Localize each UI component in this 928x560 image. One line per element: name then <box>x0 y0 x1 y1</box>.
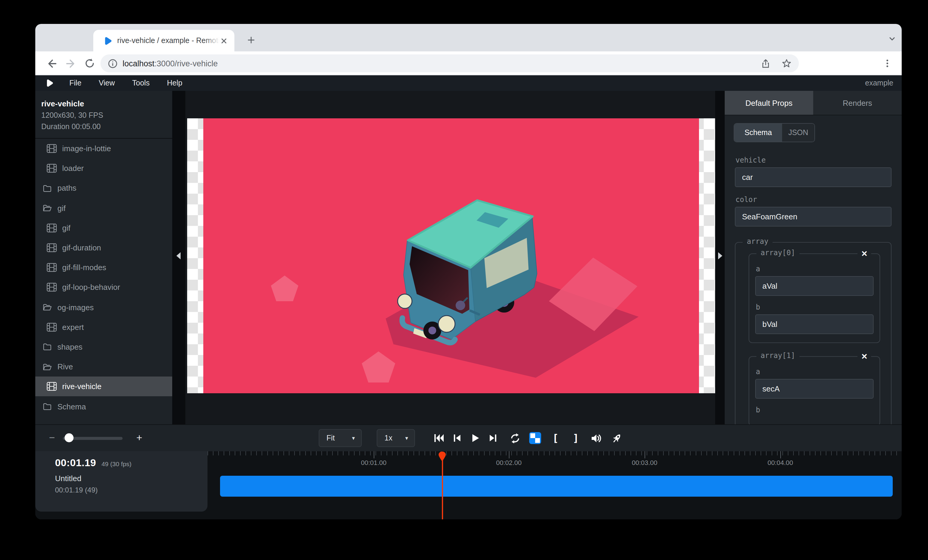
collapse-props-icon[interactable] <box>718 252 722 259</box>
remotion-logo-icon[interactable] <box>45 79 53 87</box>
vehicle-animation-frame <box>203 118 699 393</box>
playback-rate-value: 1x <box>385 434 392 442</box>
sidebar-item-gif-loop-behavior[interactable]: gif-loop-behavior <box>35 278 172 297</box>
rocket-icon[interactable] <box>610 432 623 445</box>
playhead-line <box>442 459 443 519</box>
timeline: 00:01.19 49 (30 fps) Untitled 00:01.19 (… <box>35 451 902 519</box>
fit-dropdown-value: Fit <box>327 434 335 442</box>
sidebar-item-loader[interactable]: loader <box>35 158 172 178</box>
film-icon <box>47 323 57 332</box>
transparency-checkerboard-toggle[interactable] <box>528 432 542 445</box>
item-label: loader <box>62 164 84 173</box>
menu-view[interactable]: View <box>99 79 115 87</box>
ruler-label-1s: 00:01.00 <box>347 459 401 466</box>
composition-name: rive-vehicle <box>41 99 166 108</box>
back-icon[interactable] <box>43 55 60 72</box>
item-label: og-images <box>57 303 93 312</box>
playhead-marker[interactable] <box>438 451 446 461</box>
sidebar-folder-rive[interactable]: Rive <box>35 357 172 376</box>
toggle-json[interactable]: JSON <box>782 124 814 142</box>
item-label: paths <box>57 184 76 193</box>
folder-closed-icon <box>43 184 52 193</box>
color-label: color <box>736 195 891 204</box>
close-tab-icon[interactable] <box>220 36 228 45</box>
timeline-tracks-area[interactable]: 00:01.00 00:02.00 00:03.00 00:04.00 <box>208 451 902 519</box>
zoom-slider[interactable] <box>63 437 122 440</box>
zoom-in-button[interactable]: + <box>133 432 145 444</box>
bookmark-star-icon[interactable] <box>781 58 792 68</box>
reload-icon[interactable] <box>81 55 99 72</box>
color-input[interactable] <box>735 207 891 227</box>
fit-dropdown[interactable]: Fit ▼ <box>319 429 362 447</box>
jump-to-start-button[interactable] <box>432 432 446 445</box>
composition-stage <box>187 118 715 393</box>
address-bar[interactable]: localhost:3000/rive-vehicle <box>101 55 799 72</box>
sidebar-folder-og-images[interactable]: og-images <box>35 297 172 317</box>
sidebar-item-gif[interactable]: gif <box>35 218 172 238</box>
share-icon[interactable] <box>760 58 771 68</box>
site-info-icon[interactable] <box>108 58 118 68</box>
zoom-slider-knob[interactable] <box>64 433 73 442</box>
browser-window: rive-vehicle / example - Remoti <box>35 24 902 519</box>
sidebar-item-rive-vehicle-selected[interactable]: rive-vehicle <box>35 377 172 397</box>
forward-icon[interactable] <box>62 55 79 72</box>
item-label: image-in-lottie <box>62 144 111 153</box>
sidebar-item-image-in-lottie[interactable]: image-in-lottie <box>35 138 172 158</box>
ruler-label-4s: 00:04.00 <box>753 459 807 466</box>
array-0-b-input[interactable] <box>755 314 874 334</box>
toggle-schema[interactable]: Schema <box>734 124 782 142</box>
browser-tab[interactable]: rive-vehicle / example - Remoti <box>93 30 234 52</box>
zoom-out-button[interactable]: − <box>46 432 58 444</box>
schema-json-toggle: Schema JSON <box>734 123 815 142</box>
vehicle-input[interactable] <box>735 167 891 187</box>
item-label: Schema <box>57 402 86 411</box>
sidebar-folder-schema[interactable]: Schema <box>35 397 172 416</box>
array-item-0-fieldset: array[0] ✕ a b <box>749 253 880 343</box>
browser-menu-icon[interactable] <box>878 55 896 72</box>
app-menu-bar: File View Tools Help example <box>35 75 902 91</box>
vehicle-label: vehicle <box>736 156 891 164</box>
array-1-a-input[interactable] <box>755 379 874 399</box>
tab-search-chevron-icon[interactable] <box>883 30 901 48</box>
remove-array-0-button[interactable]: ✕ <box>858 249 871 259</box>
next-frame-button[interactable] <box>486 432 499 445</box>
remove-array-1-button[interactable]: ✕ <box>858 352 871 362</box>
timeline-ruler[interactable] <box>208 451 902 455</box>
tab-default-props[interactable]: Default Props <box>725 91 813 115</box>
collapse-sidebar-icon[interactable] <box>176 252 180 259</box>
track-duration: 00:01.19 (49) <box>55 486 208 494</box>
loop-icon[interactable] <box>508 432 521 445</box>
playback-rate-dropdown[interactable]: 1x ▼ <box>377 429 415 447</box>
array-1-b-label: b <box>756 406 874 414</box>
ruler-major-tick <box>780 451 781 458</box>
track-name[interactable]: Untitled <box>55 474 208 483</box>
array-0-a-input[interactable] <box>755 276 874 296</box>
menu-file[interactable]: File <box>69 79 81 87</box>
array-0-legend: array[0] <box>756 249 800 257</box>
array-item-1-fieldset: array[1] ✕ a b <box>749 356 880 425</box>
sidebar-item-gif-fill-modes[interactable]: gif-fill-modes <box>35 257 172 277</box>
sidebar-folder-gif[interactable]: gif <box>35 198 172 218</box>
tab-renders[interactable]: Renders <box>813 91 902 115</box>
sidebar-folder-shapes[interactable]: shapes <box>35 337 172 357</box>
sidebar-item-expert[interactable]: expert <box>35 317 172 337</box>
sidebar-item-gif-duration[interactable]: gif-duration <box>35 238 172 257</box>
item-label: Rive <box>57 362 73 371</box>
set-out-point-button[interactable]: ] <box>569 432 582 445</box>
volume-icon[interactable] <box>589 432 603 445</box>
folder-closed-icon <box>43 402 52 411</box>
timeline-info-panel: 00:01.19 49 (30 fps) Untitled 00:01.19 (… <box>35 451 208 511</box>
vehicle-illustration <box>203 118 699 393</box>
item-label: expert <box>62 323 84 332</box>
menu-help[interactable]: Help <box>167 79 182 87</box>
item-label: gif <box>57 204 66 213</box>
previous-frame-button[interactable] <box>450 432 463 445</box>
menu-tools[interactable]: Tools <box>132 79 150 87</box>
play-button[interactable] <box>468 432 481 445</box>
timeline-track-bar[interactable] <box>220 476 893 497</box>
array-fieldset: array array[0] ✕ a b array[1] ✕ <box>735 242 891 425</box>
sidebar-folder-paths[interactable]: paths <box>35 178 172 198</box>
new-tab-button[interactable] <box>242 31 260 49</box>
set-in-point-button[interactable]: [ <box>549 432 562 445</box>
chevron-down-icon: ▼ <box>351 435 356 441</box>
